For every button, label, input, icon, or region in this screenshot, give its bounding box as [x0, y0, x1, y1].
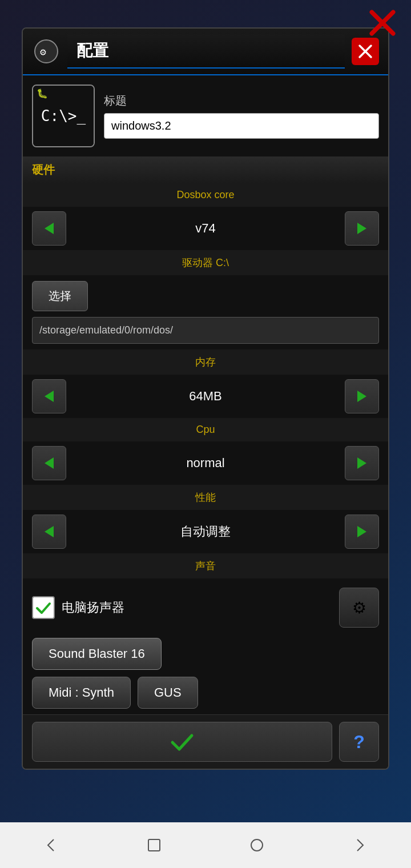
hardware-label: 硬件	[32, 162, 55, 178]
svg-marker-12	[45, 526, 54, 537]
dialog-titlebar: ⚙ 配置	[23, 29, 388, 75]
performance-prev-button[interactable]	[32, 515, 66, 549]
drive-c-path: /storage/emulated/0/rom/dos/	[32, 317, 379, 344]
cpu-stepper: normal	[23, 441, 388, 485]
nav-recent-button[interactable]	[137, 828, 171, 862]
svg-point-2	[35, 40, 58, 63]
performance-next-button[interactable]	[345, 515, 379, 549]
memory-label: 内存	[195, 356, 216, 368]
app-icon-box: 🐛 C:\>_	[32, 85, 95, 147]
sound-section: 电脑扬声器 ⚙ Sound Blaster 16 Midi : Synth GU…	[23, 578, 388, 714]
performance-label-row: 性能	[23, 485, 388, 510]
svg-point-15	[251, 839, 263, 851]
sound-buttons: Sound Blaster 16	[32, 638, 379, 670]
pc-speaker-label: 电脑扬声器	[62, 599, 124, 616]
drive-c-section: 选择 /storage/emulated/0/rom/dos/	[23, 275, 388, 349]
dosbox-core-prev-button[interactable]	[32, 211, 66, 246]
dialog-title: 配置	[67, 34, 345, 69]
help-button[interactable]: ?	[339, 722, 379, 762]
dialog-close-button[interactable]	[352, 38, 379, 65]
cpu-label: Cpu	[196, 424, 215, 435]
pc-speaker-checkbox[interactable]	[32, 596, 55, 619]
confirm-button[interactable]	[32, 722, 332, 762]
svg-marker-13	[357, 526, 366, 537]
drive-c-label: 驱动器 C:\	[182, 257, 229, 268]
svg-text:⚙: ⚙	[40, 46, 46, 58]
title-field-label: 标题	[104, 93, 379, 108]
app-close-button[interactable]	[365, 6, 400, 40]
dialog-app-icon: ⚙	[32, 37, 61, 66]
config-dialog: ⚙ 配置 🐛 C:\>_ 标题 硬件 Dosbox core	[22, 27, 389, 770]
nav-back-button[interactable]	[34, 828, 68, 862]
pc-speaker-row: 电脑扬声器 ⚙	[32, 584, 379, 631]
svg-marker-6	[45, 223, 54, 234]
memory-value: 64MB	[66, 389, 345, 404]
navigation-bar	[0, 822, 411, 868]
svg-rect-14	[148, 839, 160, 851]
nav-home-button[interactable]	[240, 828, 274, 862]
sound-blaster-button[interactable]: Sound Blaster 16	[32, 638, 162, 670]
sound-label: 声音	[195, 560, 216, 572]
drive-c-label-row: 驱动器 C:\	[23, 250, 388, 275]
memory-stepper: 64MB	[23, 375, 388, 418]
memory-label-row: 内存	[23, 349, 388, 375]
bottom-action-bar: ?	[23, 714, 388, 769]
performance-value: 自动调整	[66, 523, 345, 540]
svg-marker-8	[45, 391, 54, 402]
cmd-icon: 🐛 C:\>_	[33, 86, 94, 146]
performance-label: 性能	[195, 492, 216, 503]
hardware-section-header: 硬件	[23, 156, 388, 183]
dosbox-core-stepper: v74	[23, 207, 388, 250]
memory-next-button[interactable]	[345, 379, 379, 413]
sound-settings-button[interactable]: ⚙	[339, 588, 379, 628]
performance-stepper: 自动调整	[23, 510, 388, 553]
cpu-label-row: Cpu	[23, 418, 388, 441]
dosbox-core-next-button[interactable]	[345, 211, 379, 246]
dosbox-core-label: Dosbox core	[176, 189, 234, 200]
memory-prev-button[interactable]	[32, 379, 66, 413]
sound-section-header: 声音	[23, 553, 388, 578]
cpu-prev-button[interactable]	[32, 446, 66, 480]
svg-marker-9	[357, 391, 366, 402]
pc-speaker-checkbox-label: 电脑扬声器	[32, 596, 124, 619]
cpu-next-button[interactable]	[345, 446, 379, 480]
nav-forward-button[interactable]	[342, 828, 377, 862]
midi-synth-button[interactable]: Midi : Synth	[32, 677, 131, 709]
cmd-prompt-text: C:\>_	[41, 107, 86, 124]
svg-marker-11	[357, 457, 366, 469]
sound-buttons-2: Midi : Synth GUS	[32, 677, 379, 709]
cpu-value: normal	[66, 456, 345, 471]
svg-marker-7	[357, 223, 366, 234]
select-drive-button[interactable]: 选择	[32, 281, 88, 311]
svg-marker-10	[45, 457, 54, 469]
dosbox-core-label-row: Dosbox core	[23, 183, 388, 207]
app-header: 🐛 C:\>_ 标题	[23, 75, 388, 156]
gus-button[interactable]: GUS	[138, 677, 198, 709]
dosbox-core-value: v74	[66, 221, 345, 236]
title-input[interactable]	[104, 113, 379, 139]
title-section: 标题	[104, 93, 379, 139]
